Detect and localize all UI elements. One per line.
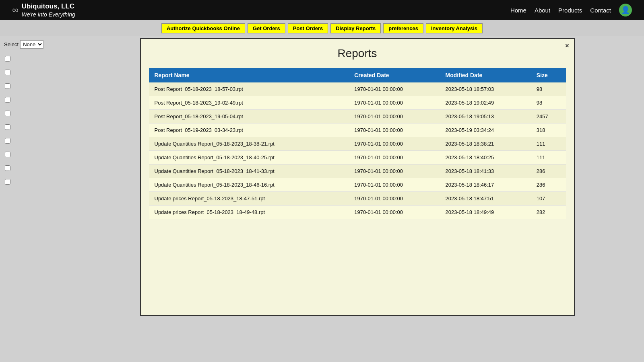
cell-report-name: Post Report_05-18-2023_19-05-04.rpt [149, 110, 349, 123]
col-header-name: Report Name [149, 68, 349, 82]
sidebar-checkbox-8 [4, 148, 66, 161]
cell-size: 2457 [531, 110, 566, 123]
checkbox-3[interactable] [5, 83, 10, 89]
nav-contact[interactable]: Contact [590, 7, 611, 14]
col-header-size: Size [531, 68, 566, 82]
sidebar-checkbox-7 [4, 134, 66, 148]
table-row[interactable]: Post Report_05-19-2023_03-34-23.rpt1970-… [149, 123, 566, 137]
sidebar-checkbox-5 [4, 107, 66, 120]
modal-overlay: × Reports Report Name Created Date Modif… [70, 36, 644, 362]
cell-created-date: 1970-01-01 00:00:00 [349, 82, 440, 96]
cell-modified-date: 2023-05-18 19:05:13 [440, 110, 531, 123]
cell-size: 282 [531, 206, 566, 219]
logo-text: Ubiquitous, LLC We're Into Everything [22, 2, 75, 18]
cell-size: 286 [531, 165, 566, 178]
authorize-quickbooks-button[interactable]: Authorize Quickbooks Online [161, 23, 245, 33]
sidebar-checkbox-1 [4, 52, 66, 66]
checkbox-1[interactable] [5, 56, 10, 62]
cell-size: 98 [531, 82, 566, 96]
reports-table: Report Name Created Date Modified Date S… [149, 68, 566, 219]
reports-modal: × Reports Report Name Created Date Modif… [140, 38, 575, 316]
toolbar: Authorize Quickbooks Online Get Orders P… [0, 20, 644, 36]
display-reports-button[interactable]: Display Reports [330, 23, 381, 33]
cell-modified-date: 2023-05-18 18:47:51 [440, 192, 531, 206]
cell-created-date: 1970-01-01 00:00:00 [349, 206, 440, 219]
nav-about[interactable]: About [535, 7, 550, 14]
cell-report-name: Update Quantities Report_05-18-2023_18-4… [149, 178, 349, 192]
cell-modified-date: 2023-05-18 18:46:17 [440, 178, 531, 192]
sidebar-checkbox-6 [4, 120, 66, 134]
sidebar-checkbox-2 [4, 66, 66, 79]
cell-modified-date: 2023-05-18 18:41:33 [440, 165, 531, 178]
checkbox-6[interactable] [5, 124, 10, 130]
table-row[interactable]: Post Report_05-18-2023_19-02-49.rpt1970-… [149, 96, 566, 110]
modal-close-button[interactable]: × [565, 42, 569, 49]
col-header-modified: Modified Date [440, 68, 531, 82]
checkbox-4[interactable] [5, 97, 10, 103]
header-nav: Home About Products Contact 👤 [510, 4, 632, 16]
cell-size: 107 [531, 192, 566, 206]
cell-modified-date: 2023-05-18 18:57:03 [440, 82, 531, 96]
cell-modified-date: 2023-05-18 18:40:25 [440, 151, 531, 165]
cell-created-date: 1970-01-01 00:00:00 [349, 137, 440, 151]
cell-created-date: 1970-01-01 00:00:00 [349, 123, 440, 137]
table-row[interactable]: Post Report_05-18-2023_19-05-04.rpt1970-… [149, 110, 566, 123]
header: ∞ Ubiquitous, LLC We're Into Everything … [0, 0, 644, 20]
checkbox-7[interactable] [5, 138, 10, 144]
cell-created-date: 1970-01-01 00:00:00 [349, 96, 440, 110]
checkbox-9[interactable] [5, 165, 10, 171]
modal-title: Reports [149, 47, 566, 60]
checkbox-2[interactable] [5, 70, 10, 75]
table-row[interactable]: Update Quantities Report_05-18-2023_18-4… [149, 151, 566, 165]
cell-modified-date: 2023-05-18 18:38:21 [440, 137, 531, 151]
sidebar-checkbox-9 [4, 161, 66, 175]
cell-size: 286 [531, 178, 566, 192]
cell-modified-date: 2023-05-18 18:49:49 [440, 206, 531, 219]
sidebar-checkbox-10 [4, 175, 66, 189]
checkbox-10[interactable] [5, 179, 10, 185]
preferences-button[interactable]: preferences [383, 23, 423, 33]
sidebar-select[interactable]: None [20, 40, 43, 49]
sidebar-checkbox-4 [4, 93, 66, 107]
post-orders-button[interactable]: Post Orders [288, 23, 328, 33]
cell-report-name: Post Report_05-19-2023_03-34-23.rpt [149, 123, 349, 137]
logo-icon: ∞ [12, 5, 19, 15]
get-orders-button[interactable]: Get Orders [248, 23, 285, 33]
logo-line2: We're Into Everything [22, 11, 75, 18]
col-header-created: Created Date [349, 68, 440, 82]
cell-size: 111 [531, 151, 566, 165]
cell-modified-date: 2023-05-18 19:02:49 [440, 96, 531, 110]
cell-created-date: 1970-01-01 00:00:00 [349, 178, 440, 192]
cell-created-date: 1970-01-01 00:00:00 [349, 110, 440, 123]
table-row[interactable]: Update prices Report_05-18-2023_18-47-51… [149, 192, 566, 206]
main-area: Select None × Reports Report Name Create… [0, 36, 644, 362]
logo-line1: Ubiquitous, LLC [22, 2, 75, 11]
sidebar-select-label: Select [4, 41, 19, 47]
avatar[interactable]: 👤 [619, 4, 632, 16]
cell-created-date: 1970-01-01 00:00:00 [349, 165, 440, 178]
sidebar-select-row: Select None [4, 40, 66, 49]
table-header-row: Report Name Created Date Modified Date S… [149, 68, 566, 82]
checkbox-5[interactable] [5, 111, 10, 116]
cell-size: 98 [531, 96, 566, 110]
table-row[interactable]: Update prices Report_05-18-2023_18-49-48… [149, 206, 566, 219]
logo: ∞ Ubiquitous, LLC We're Into Everything [12, 2, 75, 18]
nav-home[interactable]: Home [510, 7, 526, 14]
sidebar-checkbox-3 [4, 79, 66, 93]
cell-created-date: 1970-01-01 00:00:00 [349, 151, 440, 165]
cell-report-name: Post Report_05-18-2023_19-02-49.rpt [149, 96, 349, 110]
inventory-analysis-button[interactable]: Inventory Analysis [426, 23, 483, 33]
checkbox-8[interactable] [5, 152, 10, 157]
table-row[interactable]: Update Quantities Report_05-18-2023_18-3… [149, 137, 566, 151]
table-row[interactable]: Post Report_05-18-2023_18-57-03.rpt1970-… [149, 82, 566, 96]
table-row[interactable]: Update Quantities Report_05-18-2023_18-4… [149, 178, 566, 192]
nav-products[interactable]: Products [558, 7, 582, 14]
cell-report-name: Post Report_05-18-2023_18-57-03.rpt [149, 82, 349, 96]
cell-report-name: Update Quantities Report_05-18-2023_18-3… [149, 137, 349, 151]
cell-size: 111 [531, 137, 566, 151]
avatar-icon: 👤 [621, 6, 630, 14]
cell-modified-date: 2023-05-19 03:34:24 [440, 123, 531, 137]
cell-size: 318 [531, 123, 566, 137]
table-row[interactable]: Update Quantities Report_05-18-2023_18-4… [149, 165, 566, 178]
cell-report-name: Update prices Report_05-18-2023_18-47-51… [149, 192, 349, 206]
